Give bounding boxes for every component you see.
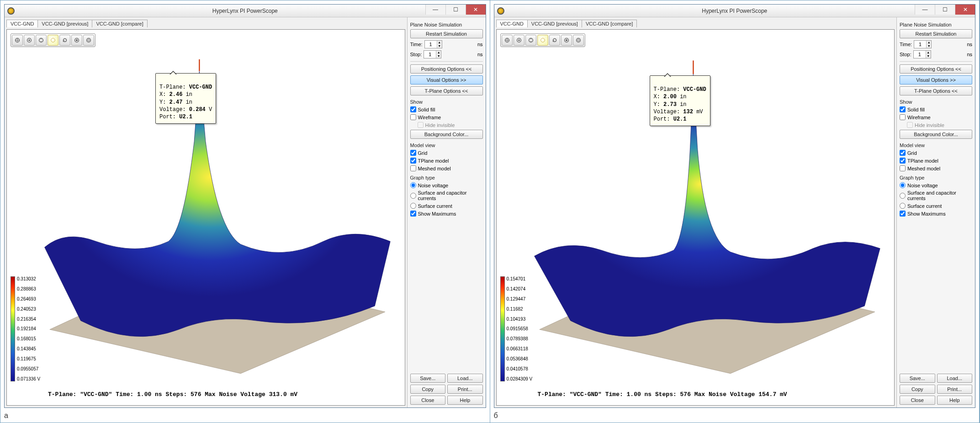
figure-b: HyperLynx PI PowerScope — ☐ ✕ VCC-GND VC… — [490, 0, 980, 423]
save-button[interactable]: Save... — [410, 374, 446, 383]
wireframe-checkbox[interactable]: Wireframe — [410, 114, 483, 120]
orbit-icon[interactable] — [12, 35, 23, 46]
solid-fill-checkbox[interactable]: Solid fill — [410, 106, 483, 112]
restart-simulation-button[interactable]: Restart Simulation — [410, 29, 483, 38]
stop-label: Stop: — [900, 52, 911, 57]
grid-checkbox[interactable]: Grid — [900, 150, 972, 156]
time-unit: ns — [967, 42, 972, 47]
close-button[interactable]: ✕ — [955, 5, 975, 15]
tooltip-y-unit: in — [680, 101, 686, 108]
show-maximums-checkbox[interactable]: Show Maximums — [410, 211, 483, 217]
tab-vcc-gnd-compare[interactable]: VCC-GND [compare] — [92, 20, 147, 27]
legend-bar — [500, 276, 505, 381]
close-dialog-button[interactable]: Close — [410, 396, 446, 405]
svg-point-4 — [51, 38, 55, 42]
print-button[interactable]: Print... — [447, 385, 483, 394]
tooltip-port-value: U2.1 — [673, 116, 687, 122]
legend-labels: 0.313032 0.288863 0.264693 0.240523 0.21… — [15, 276, 40, 381]
tooltip-v-label: Voltage: — [159, 106, 186, 113]
stop-icon[interactable] — [71, 35, 82, 46]
status-line: T-Plane: "VCC-GND" Time: 1.00 ns Steps: … — [48, 391, 297, 398]
visual-options-button[interactable]: Visual Options >> — [900, 75, 972, 85]
positioning-options-button[interactable]: Positioning Options << — [410, 64, 483, 74]
stop-spinner[interactable]: ▲▼ — [424, 50, 441, 58]
3d-viewport[interactable]: T-Plane: VCC-GND X: 2.00 in Y: 2.73 in V… — [496, 29, 895, 406]
reset-icon[interactable] — [549, 35, 560, 46]
solid-fill-checkbox[interactable]: Solid fill — [900, 106, 972, 112]
surface-capacitor-radio[interactable]: Surface and capacitor currents — [900, 190, 972, 201]
spotlight-icon[interactable] — [537, 35, 548, 46]
hide-invisible-checkbox: Hide invisible — [907, 122, 972, 128]
help-button[interactable]: Help — [447, 396, 483, 405]
visual-options-button[interactable]: Visual Options >> — [410, 75, 483, 85]
print-button[interactable]: Print... — [937, 385, 973, 394]
show-maximums-checkbox[interactable]: Show Maximums — [900, 211, 972, 217]
spotlight-icon[interactable] — [48, 35, 58, 46]
restart-simulation-button[interactable]: Restart Simulation — [900, 29, 972, 38]
meshed-model-checkbox[interactable]: Meshed model — [900, 165, 972, 171]
time-spinner[interactable]: ▲▼ — [424, 40, 442, 48]
noise-voltage-radio[interactable]: Noise voltage — [900, 182, 972, 188]
minimize-button[interactable]: — — [915, 5, 935, 15]
titlebar[interactable]: HyperLynx PI PowerScope — ☐ ✕ — [5, 5, 486, 17]
maximize-button[interactable]: ☐ — [445, 5, 466, 15]
meshed-model-checkbox[interactable]: Meshed model — [410, 165, 483, 171]
grid-checkbox[interactable]: Grid — [410, 150, 483, 156]
save-button[interactable]: Save... — [900, 374, 935, 383]
pan-icon[interactable] — [36, 35, 47, 46]
view-all-icon[interactable] — [573, 35, 584, 46]
noise-voltage-radio[interactable]: Noise voltage — [410, 182, 483, 188]
hide-invisible-checkbox: Hide invisible — [418, 122, 483, 128]
tplane-options-button[interactable]: T-Plane Options << — [410, 86, 483, 95]
svg-point-2 — [28, 39, 30, 41]
help-button[interactable]: Help — [937, 396, 973, 405]
close-dialog-button[interactable]: Close — [900, 396, 935, 405]
tab-vcc-gnd-previous[interactable]: VCC-GND [previous] — [527, 20, 582, 27]
tooltip-tplane-value: VCC-GND — [683, 86, 706, 93]
tab-vcc-gnd[interactable]: VCC-GND — [6, 20, 38, 27]
3d-viewport[interactable]: T-Plane: VCC-GND X: 2.46 in Y: 2.47 in V… — [6, 29, 405, 406]
surface-current-radio[interactable]: Surface current — [900, 203, 972, 209]
tab-vcc-gnd[interactable]: VCC-GND — [496, 20, 528, 27]
time-spinner[interactable]: ▲▼ — [914, 40, 932, 48]
zoom-extents-icon[interactable] — [514, 35, 524, 46]
stop-input[interactable] — [914, 52, 926, 57]
orbit-icon[interactable] — [502, 35, 513, 46]
side-panel: Plane Noise Simulation Restart Simulatio… — [407, 17, 486, 407]
zoom-extents-icon[interactable] — [24, 35, 35, 46]
minimize-button[interactable]: — — [425, 5, 445, 15]
tplane-model-checkbox[interactable]: TPlane model — [410, 158, 483, 164]
tooltip-tplane-label: T-Plane: — [159, 84, 186, 90]
tplane-model-checkbox[interactable]: TPlane model — [900, 158, 972, 164]
view-all-icon[interactable] — [83, 35, 94, 46]
tooltip-x-value: 2.00 — [663, 94, 677, 100]
tplane-options-button[interactable]: T-Plane Options << — [900, 86, 972, 95]
background-color-button[interactable]: Background Color... — [900, 130, 972, 139]
data-tooltip: T-Plane: VCC-GND X: 2.00 in Y: 2.73 in V… — [650, 75, 710, 126]
load-button[interactable]: Load... — [447, 374, 483, 383]
copy-button[interactable]: Copy — [900, 385, 935, 394]
copy-button[interactable]: Copy — [410, 385, 446, 394]
time-input[interactable] — [914, 42, 926, 47]
stop-icon[interactable] — [561, 35, 572, 46]
reset-icon[interactable] — [59, 35, 70, 46]
close-button[interactable]: ✕ — [466, 5, 486, 15]
legend-bar — [11, 276, 15, 381]
tab-vcc-gnd-compare[interactable]: VCC-GND [compare] — [582, 20, 637, 27]
maximize-button[interactable]: ☐ — [935, 5, 955, 15]
background-color-button[interactable]: Background Color... — [410, 130, 483, 139]
window-title: HyperLynx PI PowerScope — [212, 8, 278, 14]
svg-point-18 — [576, 38, 580, 42]
pan-icon[interactable] — [525, 35, 536, 46]
stop-spinner[interactable]: ▲▼ — [913, 50, 931, 58]
titlebar[interactable]: HyperLynx PI PowerScope — ☐ ✕ — [494, 5, 975, 17]
wireframe-checkbox[interactable]: Wireframe — [900, 114, 972, 120]
time-input[interactable] — [425, 42, 437, 47]
time-label: Time: — [900, 42, 912, 47]
surface-current-radio[interactable]: Surface current — [410, 203, 483, 209]
load-button[interactable]: Load... — [937, 374, 973, 383]
stop-input[interactable] — [424, 52, 436, 57]
positioning-options-button[interactable]: Positioning Options << — [900, 64, 972, 74]
surface-capacitor-radio[interactable]: Surface and capacitor currents — [410, 190, 483, 201]
tab-vcc-gnd-previous[interactable]: VCC-GND [previous] — [37, 20, 92, 27]
